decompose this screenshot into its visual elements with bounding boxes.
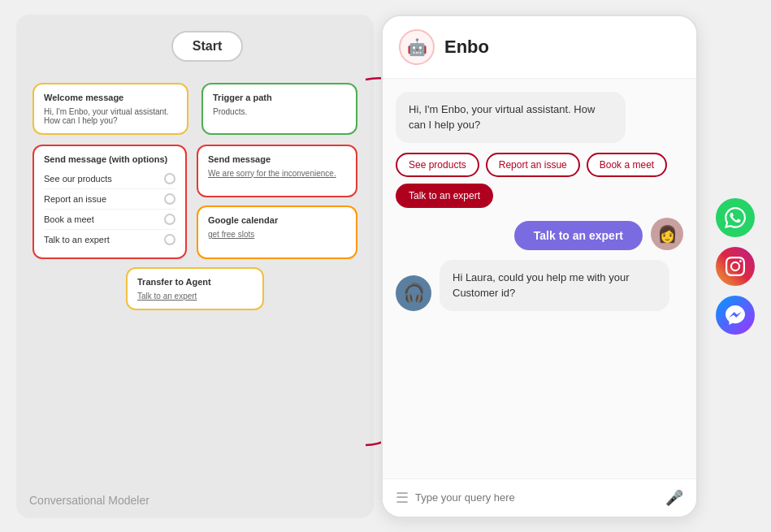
trigger-node-content: Products. — [213, 107, 346, 116]
google-node: Google calendar get free slots — [197, 205, 357, 259]
send-message-title: Send message — [208, 154, 346, 164]
talk-expert-btn[interactable]: Talk to an expert — [396, 184, 493, 208]
left-col: Send message (with options) See our prod… — [32, 145, 187, 259]
user-message-row: 🎧 Hi Laura, could you help me with your … — [396, 260, 683, 311]
user-avatar-icon: 👩 — [657, 224, 678, 244]
bot-avatar-icon: 🤖 — [407, 37, 427, 57]
option-label-3: Book a meet — [44, 214, 94, 224]
modeler-label: Conversational Modeler — [29, 494, 149, 507]
chat-messages: Hi, I'm Enbo, your virtual assistant. Ho… — [383, 79, 696, 478]
options-node: Send message (with options) See our prod… — [32, 145, 187, 259]
chat-name: Enbo — [444, 37, 489, 58]
bottom-row: Transfer to Agent Talk to an expert — [32, 267, 357, 310]
option-dot-4 — [164, 234, 175, 245]
option-label-4: Talk to an expert — [44, 235, 110, 244]
agent-avatar: 🎧 — [396, 275, 431, 311]
menu-icon[interactable]: ☰ — [396, 489, 409, 507]
transfer-node: Transfer to Agent Talk to an expert — [126, 267, 264, 310]
transfer-node-content: Talk to an expert — [137, 292, 253, 301]
option-dot-2 — [164, 193, 175, 205]
option-dot-1 — [164, 173, 175, 184]
bot-welcome-bubble: Hi, I'm Enbo, your virtual assistant. Ho… — [396, 92, 626, 143]
welcome-node-content: Hi, I'm Enbo, your virtual assistant. Ho… — [44, 107, 177, 125]
middle-section: Send message (with options) See our prod… — [32, 145, 357, 259]
option-item-2[interactable]: Report an issue — [44, 189, 175, 210]
right-col: Send message We are sorry for the inconv… — [197, 145, 357, 259]
options-node-title: Send message (with options) — [44, 154, 175, 164]
send-message-content: We are sorry for the inconvenience. — [208, 169, 346, 178]
option-item-4[interactable]: Talk to an expert — [44, 230, 175, 249]
report-issue-btn[interactable]: Report an issue — [486, 153, 580, 177]
modeler-section: Start Welcome message Hi, I'm Enbo, your… — [16, 15, 374, 518]
chat-header: 🤖 Enbo — [383, 16, 696, 79]
option-buttons-group: See products Report an issue Book a meet… — [396, 153, 683, 208]
user-avatar-1: 👩 — [651, 218, 683, 250]
option-item-3[interactable]: Book a meet — [44, 210, 175, 230]
start-node: Start — [171, 31, 243, 62]
instagram-icon[interactable] — [716, 247, 755, 286]
mic-icon[interactable]: 🎤 — [665, 489, 683, 507]
option-label-1: See our products — [44, 174, 112, 184]
nodes-row-1: Welcome message Hi, I'm Enbo, your virtu… — [32, 83, 357, 135]
google-node-title: Google calendar — [208, 215, 346, 225]
whatsapp-icon[interactable] — [716, 198, 755, 237]
transfer-node-title: Transfer to Agent — [137, 277, 253, 287]
user-message-bubble: Hi Laura, could you help me with your Cu… — [440, 260, 669, 311]
option-item-1[interactable]: See our products — [44, 169, 175, 189]
expert-selected-btn[interactable]: Talk to an expert — [514, 221, 643, 250]
chat-avatar: 🤖 — [399, 29, 435, 65]
trigger-node-title: Trigger a path — [213, 93, 346, 102]
welcome-node-title: Welcome message — [44, 93, 177, 102]
chat-input-row: ☰ 🎤 — [383, 478, 696, 517]
book-meet-btn[interactable]: Book a meet — [587, 153, 667, 177]
chat-input[interactable] — [415, 491, 659, 504]
selected-option-row: Talk to an expert 👩 — [396, 218, 683, 250]
option-label-2: Report an issue — [44, 194, 106, 204]
option-dot-3 — [164, 214, 175, 225]
main-container: Start Welcome message Hi, I'm Enbo, your… — [0, 0, 771, 532]
social-icons — [716, 198, 755, 335]
see-products-btn[interactable]: See products — [396, 153, 479, 177]
chat-widget: 🤖 Enbo Hi, I'm Enbo, your virtual assist… — [381, 15, 698, 518]
messenger-icon[interactable] — [716, 296, 755, 335]
trigger-node: Trigger a path Products. — [201, 83, 357, 135]
right-section: 🤖 Enbo Hi, I'm Enbo, your virtual assist… — [381, 15, 755, 518]
send-message-node: Send message We are sorry for the inconv… — [197, 145, 357, 198]
google-node-content: get free slots — [208, 230, 346, 239]
welcome-node: Welcome message Hi, I'm Enbo, your virtu… — [32, 83, 188, 135]
agent-avatar-icon: 🎧 — [403, 283, 425, 304]
